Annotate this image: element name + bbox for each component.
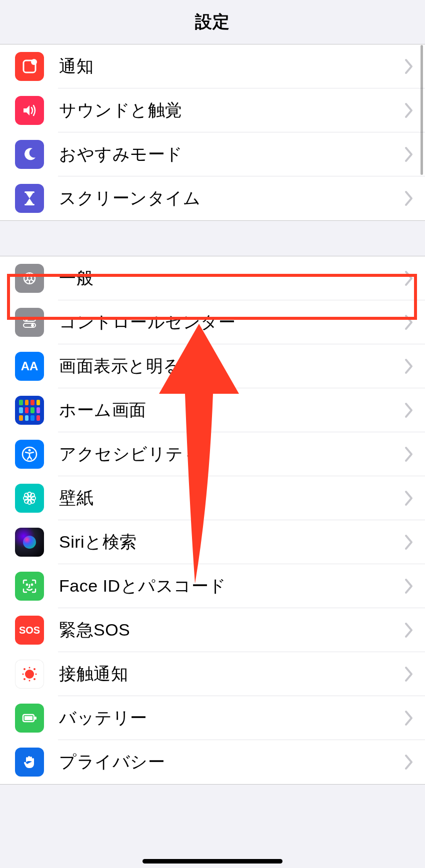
page-title: 設定 (195, 10, 230, 33)
svg-point-5 (28, 276, 32, 280)
row-sos[interactable]: SOS 緊急SOS (0, 608, 425, 652)
svg-point-27 (24, 678, 26, 680)
settings-section-0: 通知 サウンドと触覚 おやすみモード (0, 44, 425, 221)
svg-point-30 (36, 674, 37, 675)
chevron-right-icon (404, 622, 414, 639)
row-general[interactable]: 一般 (0, 256, 425, 300)
section-gap (0, 221, 425, 256)
row-siri[interactable]: Siriと検索 (0, 520, 425, 564)
moon-icon (15, 140, 44, 169)
row-label: 通知 (59, 55, 94, 78)
chevron-right-icon (404, 402, 414, 419)
exposure-icon (15, 660, 44, 689)
svg-rect-34 (24, 716, 32, 720)
svg-point-31 (29, 667, 30, 669)
text-size-icon: AA (15, 352, 44, 381)
row-label: 一般 (59, 267, 94, 290)
chevron-right-icon (404, 58, 414, 75)
row-battery[interactable]: バッテリー (0, 696, 425, 740)
row-faceid[interactable]: Face IDとパスコード (0, 564, 425, 608)
row-label: アクセシビリティ (59, 443, 201, 466)
svg-point-25 (24, 668, 26, 670)
row-label: 画面表示と明るさ (59, 355, 198, 378)
chevron-right-icon (404, 490, 414, 507)
row-screentime[interactable]: スクリーンタイム (0, 176, 425, 220)
row-label: Face IDとパスコード (59, 575, 226, 598)
chevron-right-icon (404, 710, 414, 727)
chevron-right-icon (404, 146, 414, 163)
row-controlcenter[interactable]: コントロールセンター (0, 300, 425, 344)
notifications-icon (15, 52, 44, 81)
home-grid-icon (15, 396, 44, 425)
chevron-right-icon (404, 754, 414, 771)
siri-icon (15, 528, 44, 557)
row-label: サウンドと触覚 (59, 99, 182, 122)
row-display[interactable]: AA 画面表示と明るさ (0, 344, 425, 388)
row-label: 壁紙 (59, 487, 94, 510)
row-label: プライバシー (59, 751, 165, 774)
chevron-right-icon (404, 446, 414, 463)
chevron-right-icon (404, 578, 414, 595)
svg-point-26 (34, 668, 36, 670)
row-accessibility[interactable]: アクセシビリティ (0, 432, 425, 476)
row-label: Siriと検索 (59, 531, 137, 554)
row-wallpaper[interactable]: 壁紙 (0, 476, 425, 520)
navigation-bar: 設定 (0, 0, 425, 44)
home-indicator[interactable] (142, 859, 282, 864)
svg-point-29 (22, 674, 24, 675)
hourglass-icon (15, 184, 44, 213)
flower-icon (15, 484, 44, 513)
svg-point-1 (31, 59, 37, 65)
battery-icon (15, 704, 44, 733)
row-label: バッテリー (59, 707, 148, 730)
svg-rect-2 (24, 191, 34, 193)
chevron-right-icon (404, 666, 414, 683)
chevron-right-icon (404, 270, 414, 287)
row-sounds[interactable]: サウンドと触覚 (0, 88, 425, 132)
chevron-right-icon (404, 102, 414, 119)
chevron-right-icon (404, 314, 414, 331)
sound-icon (15, 96, 44, 125)
row-label: コントロールセンター (59, 311, 236, 334)
switches-icon (15, 308, 44, 337)
svg-point-7 (25, 318, 28, 321)
svg-point-32 (29, 680, 30, 682)
svg-point-22 (26, 584, 28, 585)
svg-point-23 (32, 584, 32, 585)
svg-point-11 (28, 449, 31, 452)
row-label: 接触通知 (59, 663, 128, 686)
svg-point-21 (23, 536, 36, 549)
chevron-right-icon (404, 358, 414, 375)
row-label: スクリーンタイム (59, 187, 200, 210)
svg-rect-3 (24, 204, 34, 205)
accessibility-icon (15, 440, 44, 469)
svg-point-9 (31, 324, 34, 327)
row-label: おやすみモード (59, 143, 183, 166)
svg-rect-35 (34, 717, 36, 720)
settings-section-1: 一般 コントロールセンター AA 画面表示と明るさ (0, 256, 425, 785)
row-exposure[interactable]: 接触通知 (0, 652, 425, 696)
svg-point-24 (25, 670, 34, 679)
sos-icon: SOS (15, 616, 44, 645)
hand-icon (15, 748, 44, 777)
svg-point-20 (28, 497, 31, 500)
row-privacy[interactable]: プライバシー (0, 740, 425, 784)
row-dnd[interactable]: おやすみモード (0, 132, 425, 176)
face-id-icon (15, 572, 44, 601)
chevron-right-icon (404, 190, 414, 207)
row-label: ホーム画面 (59, 399, 146, 422)
row-homescreen[interactable]: ホーム画面 (0, 388, 425, 432)
row-label: 緊急SOS (59, 619, 130, 642)
scrollbar[interactable] (420, 45, 423, 175)
gear-icon (15, 264, 44, 293)
chevron-right-icon (404, 534, 414, 551)
settings-list: 通知 サウンドと触覚 おやすみモード (0, 44, 425, 785)
svg-point-28 (34, 678, 36, 680)
row-notifications[interactable]: 通知 (0, 44, 425, 88)
